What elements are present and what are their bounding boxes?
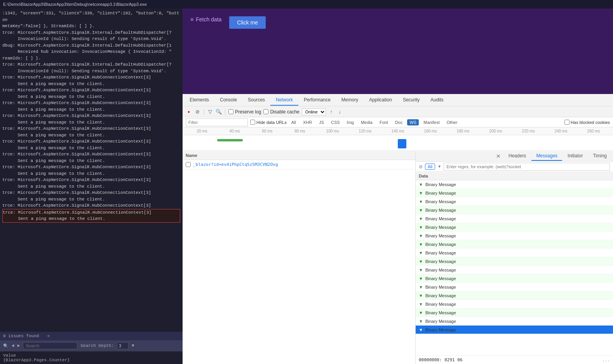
download-icon[interactable]: ↓ — [337, 109, 343, 115]
message-row[interactable]: ▼Binary Message — [416, 189, 613, 197]
console-line-20: trce: Microsoft.AspNetCore.SignalR.HubCo… — [2, 138, 180, 145]
tick-200ms: 200 ms — [479, 129, 512, 133]
filter-tab-font[interactable]: Font — [377, 119, 390, 125]
filter-tab-all[interactable]: All — [289, 119, 298, 125]
message-row[interactable]: ▼Binary Message — [416, 232, 613, 240]
hide-data-urls-label[interactable]: Hide data URLs — [250, 120, 287, 125]
filter-icon[interactable]: ▽ — [207, 109, 213, 115]
upload-icon[interactable]: ↑ — [328, 109, 334, 115]
preserve-log-checkbox[interactable] — [228, 109, 233, 114]
devtools-timeline: 20 ms 40 ms 60 ms 80 ms 100 ms 120 ms 14… — [183, 127, 613, 151]
close-icon[interactable]: ✕ — [494, 153, 503, 159]
console-line-28: trce: Microsoft.AspNetCore.SignalR.HubCo… — [2, 190, 180, 196]
tab-application[interactable]: Application — [364, 95, 397, 106]
message-row[interactable]: ▼Binary Message — [416, 291, 613, 300]
request-row[interactable]: _blazor?id=ev4iPhpCtqSzSM3CVN2Ovg — [183, 160, 415, 169]
filter-stop-icon[interactable]: ⊘ — [419, 164, 423, 169]
record-icon[interactable]: ● — [186, 109, 192, 115]
search-arrow-fwd-icon[interactable]: ► — [17, 343, 20, 348]
message-row[interactable]: ▼Binary Message — [416, 214, 613, 223]
devtools-filter-bar: Hide data URLs All XHR JS CSS Img Media … — [183, 117, 613, 127]
tab-messages[interactable]: Messages — [531, 152, 562, 161]
search-arrow-back-icon[interactable]: ◄ — [12, 343, 14, 348]
click-me-button[interactable]: Click me — [229, 16, 266, 29]
request-checkbox[interactable] — [186, 162, 191, 167]
hide-data-urls-checkbox[interactable] — [250, 120, 255, 125]
filter-tab-xhr[interactable]: XHR — [301, 119, 314, 125]
filter-tab-css[interactable]: CSS — [329, 119, 342, 125]
tick-80ms: 80 ms — [284, 129, 316, 133]
message-direction-icon: ▼ — [419, 191, 423, 195]
message-row[interactable]: ▼Binary Message — [416, 223, 613, 232]
message-row[interactable]: ▼Binary Message — [416, 317, 613, 326]
toolbar-separator-2 — [225, 109, 225, 115]
filter-tab-doc[interactable]: Doc — [393, 119, 405, 125]
message-row[interactable]: ▼Binary Message — [416, 308, 613, 317]
tab-elements[interactable]: Elements — [184, 95, 214, 106]
message-row[interactable]: ▼Binary Message — [416, 274, 613, 283]
tab-headers[interactable]: Headers — [504, 152, 531, 161]
messages-list[interactable]: ▼Binary Message▼Binary Message▼Binary Me… — [416, 180, 613, 355]
filter-dropdown-icon[interactable]: ▼ — [437, 164, 441, 169]
search-icon[interactable]: 🔍 — [216, 109, 222, 115]
filter-tab-img[interactable]: Img — [345, 119, 356, 125]
message-row[interactable]: ▼Binary Message — [416, 240, 613, 249]
message-direction-icon: ▼ — [419, 242, 423, 247]
hex-more-icon[interactable]: ... — [602, 357, 610, 362]
tab-sources[interactable]: Sources — [242, 95, 270, 106]
devtools-toolbar: ● ⊘ ▽ 🔍 Preserve log Disable cache Onlin… — [183, 106, 613, 117]
filter-tab-other[interactable]: Other — [444, 119, 460, 125]
message-row[interactable]: ▼Binary Message — [416, 206, 613, 214]
disable-cache-checkbox[interactable] — [263, 109, 268, 114]
console-line-4: InvocationId (null): Sending result of t… — [2, 36, 180, 42]
console-line-14: trce: Microsoft.AspNetCore.SignalR.HubCo… — [2, 100, 180, 106]
filter-type-all[interactable]: All — [425, 164, 435, 170]
console-line-17: Sent a ping message to the client. — [2, 119, 180, 126]
tab-console[interactable]: Console — [214, 95, 242, 106]
message-row[interactable]: ▼Binary Message — [416, 283, 613, 291]
message-row[interactable]: ▼Binary Message — [416, 300, 613, 308]
messages-filter-input[interactable] — [444, 163, 610, 171]
filter-tab-media[interactable]: Media — [359, 119, 375, 125]
message-row[interactable]: ▼Binary Message — [416, 266, 613, 274]
message-row[interactable]: ▼Binary Message — [416, 197, 613, 206]
filter-tab-ws[interactable]: WS — [407, 119, 419, 125]
tab-timing[interactable]: Timing — [588, 152, 611, 161]
search-icon: 🔍 — [3, 343, 9, 348]
search-input[interactable] — [23, 342, 77, 349]
tab-network[interactable]: Network — [270, 95, 298, 106]
timeline-ruler: 20 ms 40 ms 60 ms 80 ms 100 ms 120 ms 14… — [183, 127, 613, 135]
search-depth-input[interactable] — [117, 342, 129, 349]
message-row[interactable]: ▼Binary Message — [416, 257, 613, 266]
browser-app-area: ≡ Fetch data Click me — [183, 9, 613, 94]
filter-input[interactable] — [186, 118, 248, 126]
tab-initiator[interactable]: Initiator — [563, 152, 587, 161]
message-text: Binary Message — [425, 242, 456, 247]
console-line-19: Sent a ping message to the client. — [2, 132, 180, 139]
messages-tabs-bar: ✕ Headers Messages Initiator Timing — [416, 151, 613, 162]
message-row[interactable]: ▼Binary Message — [416, 249, 613, 257]
tick-100ms: 100 ms — [316, 129, 349, 133]
message-direction-icon: ▼ — [419, 233, 423, 238]
search-depth-arrow-icon[interactable]: ▼ — [132, 343, 134, 348]
message-direction-icon: ▼ — [419, 276, 423, 281]
message-row[interactable]: ▼Binary Message — [416, 326, 613, 334]
tab-performance[interactable]: Performance — [298, 95, 336, 106]
tab-security[interactable]: Security — [397, 95, 425, 106]
tab-memory[interactable]: Memory — [336, 95, 364, 106]
online-select[interactable]: Online — [302, 108, 326, 115]
disable-cache-label[interactable]: Disable cache — [263, 109, 299, 115]
filter-tab-manifest[interactable]: Manifest — [421, 119, 442, 125]
stop-icon[interactable]: ⊘ — [194, 109, 200, 115]
message-direction-icon: ▼ — [419, 327, 423, 332]
message-row[interactable]: ▼Binary Message — [416, 180, 613, 189]
blocked-cookies-checkbox[interactable] — [564, 120, 569, 125]
tab-audits[interactable]: Audits — [425, 95, 449, 106]
message-direction-icon: ▼ — [419, 310, 423, 315]
blocked-cookies-label[interactable]: Has blocked cookies — [564, 120, 610, 125]
filter-tab-js[interactable]: JS — [317, 119, 326, 125]
console-line-10: trce: Microsoft.AspNetCore.SignalR.HubCo… — [2, 74, 180, 81]
preserve-log-label[interactable]: Preserve log — [228, 109, 261, 115]
message-text: Binary Message — [425, 225, 456, 230]
browser-nav-link[interactable]: ≡ Fetch data — [190, 16, 221, 23]
